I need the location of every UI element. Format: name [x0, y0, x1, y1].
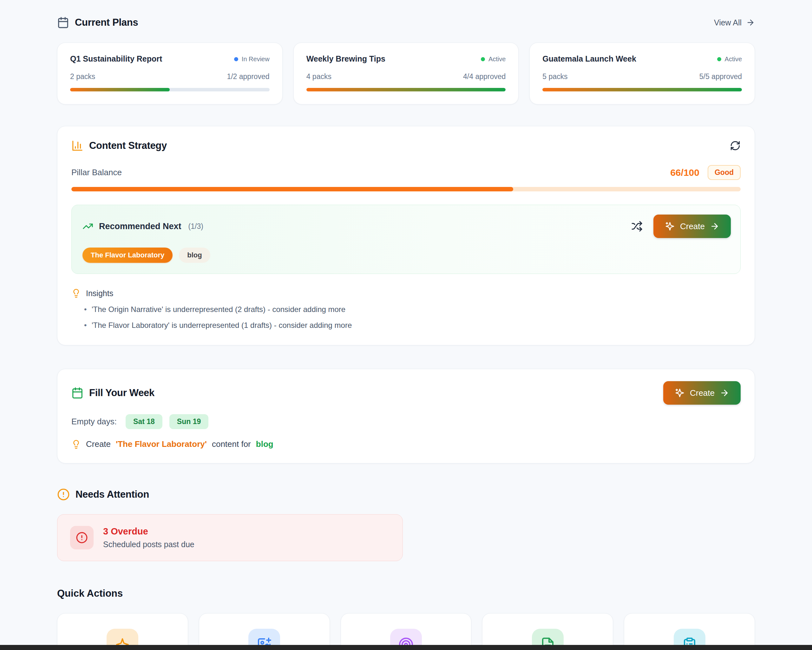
status-badge: In Review	[242, 55, 270, 63]
fill-your-week-card: Fill Your Week Create Empty days: Sat 18…	[57, 369, 755, 463]
plan-cards-row: Q1 Sustainability Report In Review 2 pac…	[57, 43, 755, 104]
current-plans-title: Current Plans	[75, 17, 138, 28]
fill-your-week-title: Fill Your Week	[89, 387, 154, 399]
content-strategy-card: Content Strategy Pillar Balance 66/100 G…	[57, 126, 755, 345]
quick-action-analyse-competitor[interactable]: Analyse Competitor Competitive insights	[341, 613, 472, 650]
quick-actions-title: Quick Actions	[57, 588, 755, 599]
status-dot	[481, 57, 485, 61]
rating-badge: Good	[708, 165, 741, 180]
plan-progress-track	[542, 88, 742, 92]
plan-title: Guatemala Launch Week	[542, 54, 636, 63]
content-strategy-title: Content Strategy	[89, 140, 167, 151]
arrow-right-icon	[710, 222, 719, 231]
arrow-right-icon	[720, 388, 729, 398]
alert-circle-icon	[57, 488, 70, 501]
needs-attention-header: Needs Attention	[57, 488, 755, 501]
plan-title: Q1 Sustainability Report	[70, 54, 162, 63]
recommended-next-label: Recommended Next	[99, 222, 182, 231]
pillar-progress-fill	[71, 187, 513, 191]
trending-up-icon	[82, 221, 93, 232]
create-button[interactable]: Create	[653, 214, 731, 238]
plan-title: Weekly Brewing Tips	[307, 54, 385, 63]
status-badge: Active	[725, 55, 742, 63]
recommended-next-panel: Recommended Next (1/3) Create	[71, 205, 741, 274]
sparkles-icon	[665, 221, 675, 231]
lightbulb-icon	[71, 289, 81, 298]
suggestion-pillar: 'The Flavor Laboratory'	[116, 439, 207, 449]
plan-progress-fill	[307, 88, 506, 92]
shuffle-icon[interactable]	[631, 220, 643, 232]
suggestion-line: Create 'The Flavor Laboratory' content f…	[71, 439, 741, 449]
sparkles-icon	[675, 388, 685, 398]
quick-action-generate-ideas[interactable]: Generate Ideas Create new content	[57, 613, 188, 650]
plan-card[interactable]: Q1 Sustainability Report In Review 2 pac…	[57, 43, 282, 104]
pillar-progress-track	[71, 187, 741, 191]
suggestion-channel: blog	[256, 439, 273, 449]
channel-tag[interactable]: blog	[179, 248, 210, 263]
create-button[interactable]: Create	[663, 381, 741, 405]
approved-count: 1/2 approved	[227, 72, 269, 81]
view-all-label: View All	[714, 18, 742, 27]
insights-label: Insights	[86, 289, 113, 298]
refresh-icon[interactable]	[730, 140, 741, 151]
suggestion-prefix: Create	[86, 439, 111, 449]
approved-count: 5/5 approved	[699, 72, 742, 81]
overdue-subtitle: Scheduled posts past due	[103, 540, 194, 549]
suggestion-middle: content for	[212, 439, 251, 449]
quick-action-create-image[interactable]: Create Image AI image generation	[199, 613, 330, 650]
insight-item: 'The Origin Narrative' is underrepresent…	[71, 305, 741, 314]
plan-card[interactable]: Weekly Brewing Tips Active 4 packs 4/4 a…	[293, 43, 519, 104]
bar-chart-icon	[71, 140, 83, 152]
create-button-label: Create	[690, 388, 714, 398]
plan-progress-fill	[542, 88, 742, 92]
plan-progress-track	[307, 88, 506, 92]
current-plans-header: Current Plans View All	[57, 17, 755, 29]
pillar-tag[interactable]: The Flavor Laboratory	[82, 248, 172, 263]
alert-circle-icon	[76, 532, 88, 544]
packs-count: 2 packs	[70, 72, 95, 81]
packs-count: 5 packs	[542, 72, 568, 81]
status-dot	[717, 57, 721, 61]
status-badge: Active	[488, 55, 505, 63]
recommended-count: (1/3)	[188, 222, 203, 231]
empty-days-label: Empty days:	[71, 417, 117, 427]
calendar-icon	[71, 387, 83, 399]
create-button-label: Create	[680, 222, 705, 231]
quick-action-plan-content[interactable]: Plan Content Campaigns & schedules	[624, 613, 755, 650]
dashboard: Current Plans View All Q1 Sustainability…	[0, 0, 812, 650]
needs-attention-title: Needs Attention	[75, 489, 149, 500]
bottom-bar	[0, 645, 812, 650]
alert-icon-box	[70, 526, 93, 549]
packs-count: 4 packs	[307, 72, 331, 81]
empty-day-pill[interactable]: Sat 18	[126, 414, 162, 429]
quick-action-manage-content[interactable]: Manage Content Drafts & calendar	[482, 613, 613, 650]
plan-card[interactable]: Guatemala Launch Week Active 5 packs 5/5…	[530, 43, 755, 104]
overdue-alert-card[interactable]: 3 Overdue Scheduled posts past due	[57, 514, 403, 561]
plan-progress-fill	[70, 88, 170, 92]
plan-progress-track	[70, 88, 270, 92]
overdue-title: 3 Overdue	[103, 526, 194, 537]
quick-actions-row: Generate Ideas Create new content Create…	[57, 613, 755, 650]
approved-count: 4/4 approved	[463, 72, 505, 81]
insight-item: 'The Flavor Laboratory' is underrepresen…	[71, 321, 741, 330]
arrow-right-icon	[746, 18, 755, 27]
pillar-score: 66/100	[670, 167, 699, 178]
empty-day-pill[interactable]: Sun 19	[169, 414, 208, 429]
view-all-link[interactable]: View All	[714, 18, 755, 27]
status-dot	[234, 57, 238, 61]
lightbulb-icon	[71, 440, 81, 449]
pillar-balance-label: Pillar Balance	[71, 168, 122, 177]
calendar-icon	[57, 17, 69, 29]
